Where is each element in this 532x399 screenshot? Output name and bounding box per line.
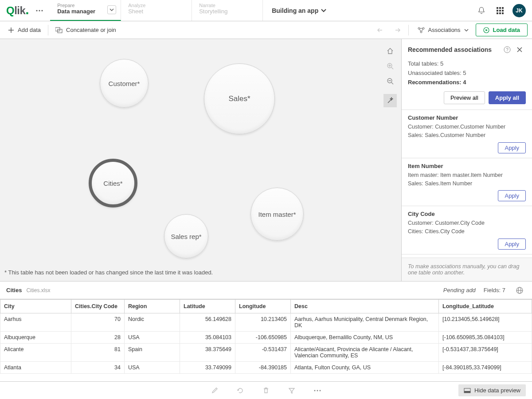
close-icon[interactable] (513, 43, 526, 56)
apps-grid-icon[interactable] (494, 4, 506, 17)
table-row[interactable]: Alicante81Spain38.375649-0.531437Alicant… (0, 344, 532, 362)
concat-icon (55, 27, 63, 33)
tab-big-label: Sheet (128, 8, 184, 15)
svg-point-0 (36, 10, 38, 11)
tab-small-label: Prepare (57, 3, 113, 8)
table-row[interactable]: Atlanta34USA33.749099-84.390185Atlanta, … (0, 362, 532, 374)
rec-title: City Code (408, 211, 526, 217)
top-right: JK (475, 0, 532, 21)
table-header-row: City Cities.City Code Region Latitude Lo… (0, 300, 532, 313)
tab-big-label: Storytelling (199, 8, 255, 15)
add-data-button[interactable]: Add data (4, 25, 44, 35)
col-longitude[interactable]: Longitude (235, 300, 291, 313)
svg-rect-5 (502, 7, 504, 9)
preview-all-button[interactable]: Preview all (444, 91, 485, 104)
globe-icon[interactable] (513, 284, 526, 297)
svg-rect-28 (464, 391, 470, 393)
more-icon[interactable] (311, 384, 324, 397)
col-desc[interactable]: Desc (291, 300, 439, 313)
chevron-down-icon (321, 9, 326, 12)
associations-dropdown[interactable]: Associations (414, 25, 472, 35)
table-row[interactable]: Aarhus70Nordic56.14962810.213405Aarhus, … (0, 313, 532, 332)
more-icon[interactable] (33, 4, 46, 17)
panel-header: Recommended associations ? (402, 39, 532, 59)
app-title[interactable]: Building an app (263, 0, 335, 21)
bubble-cities[interactable]: Cities* (89, 159, 137, 207)
svg-point-1 (39, 10, 40, 11)
col-lon-lat[interactable]: Longitude_Latitude (439, 300, 532, 313)
panel-buttons: Preview all Apply all (402, 91, 532, 110)
tab-narrate[interactable]: Narrate Storytelling (192, 0, 263, 21)
bubble-item-master[interactable]: Item master* (250, 188, 304, 241)
apply-all-button[interactable]: Apply all (489, 91, 526, 104)
apply-button[interactable]: Apply (498, 190, 526, 201)
hide-data-preview-button[interactable]: Hide data preview (458, 384, 526, 396)
tab-prepare[interactable]: Prepare Data manager (50, 0, 121, 21)
canvas-footnote: * This table has not been loaded or has … (4, 269, 213, 276)
table-row[interactable]: Albuquerque28USA35.084103-106.650985Albu… (0, 332, 532, 344)
home-icon[interactable] (383, 44, 397, 58)
canvas[interactable]: Customer* Sales* Cities* Item master* Sa… (0, 39, 401, 281)
load-data-button[interactable]: Load data (476, 23, 528, 36)
rec-card-customer-number[interactable]: Customer Number Customer: Customer.Custo… (402, 110, 532, 158)
main-area: Customer* Sales* Cities* Item master* Sa… (0, 39, 532, 281)
refresh-icon[interactable] (234, 384, 246, 397)
bottom-bar: Hide data preview (0, 381, 532, 399)
pending-label: Pending add (443, 287, 476, 293)
col-latitude[interactable]: Latitude (180, 300, 235, 313)
rec-title: Customer Number (408, 114, 526, 121)
toolbar-right: Associations Load data (375, 23, 528, 36)
svg-rect-8 (502, 10, 504, 12)
toolbar: Add data Concatenate or join Association… (0, 21, 532, 39)
rec-title: Item Number (408, 163, 526, 169)
col-region[interactable]: Region (125, 300, 180, 313)
delete-icon[interactable] (260, 384, 272, 397)
bubble-sales-rep[interactable]: Sales rep* (164, 214, 208, 258)
svg-point-2 (42, 10, 43, 11)
col-city[interactable]: City (0, 300, 71, 313)
svg-rect-6 (497, 10, 498, 12)
preview-file-name: Cities.xlsx (26, 287, 50, 293)
tab-analyze[interactable]: Analyze Sheet (121, 0, 192, 21)
canvas-toolbar (383, 44, 397, 107)
chevron-down-icon[interactable] (107, 5, 116, 14)
bubble-sales[interactable]: Sales* (204, 63, 275, 134)
bell-icon[interactable] (475, 4, 488, 17)
divider (408, 25, 409, 35)
help-icon[interactable]: ? (501, 43, 513, 56)
magic-wand-icon[interactable] (383, 94, 397, 107)
svg-rect-3 (497, 7, 498, 9)
svg-point-24 (314, 390, 316, 391)
apply-button[interactable]: Apply (498, 239, 526, 250)
bubble-customer[interactable]: Customer* (100, 59, 149, 108)
avatar[interactable]: JK (512, 4, 526, 17)
preview-header: Cities Cities.xlsx Pending add Fields: 7 (0, 281, 532, 299)
rec-card-city-code[interactable]: City Code Customer: Customer.City Code C… (402, 206, 532, 254)
zoom-out-icon[interactable] (383, 74, 397, 88)
rec-card-item-number[interactable]: Item Number Item master: Item master.Ite… (402, 158, 532, 207)
col-city-code[interactable]: Cities.City Code (71, 300, 125, 313)
panel-footer-note: To make associations manually, you can d… (402, 258, 532, 281)
tab-small-label: Narrate (199, 3, 255, 8)
play-icon (483, 27, 489, 33)
recommendations-panel: Recommended associations ? Total tables:… (401, 39, 532, 281)
edit-icon[interactable] (208, 384, 221, 397)
panel-stats: Total tables: 5 Unassociated tables: 5 R… (402, 59, 532, 91)
svg-rect-11 (502, 12, 504, 14)
data-preview-table: City Cities.City Code Region Latitude Lo… (0, 299, 532, 381)
filter-icon[interactable] (286, 384, 298, 397)
nav-tabs: Prepare Data manager Analyze Sheet Narra… (50, 0, 263, 21)
svg-rect-7 (499, 10, 501, 12)
svg-rect-9 (497, 12, 498, 14)
panel-title: Recommended associations (408, 46, 501, 53)
apply-button[interactable]: Apply (498, 142, 526, 153)
chevron-down-icon (464, 29, 469, 31)
svg-rect-4 (499, 7, 501, 9)
concatenate-button[interactable]: Concatenate or join (52, 25, 120, 35)
zoom-in-icon[interactable] (383, 59, 397, 73)
qlik-logo[interactable]: Qlik. (6, 4, 29, 17)
svg-point-25 (317, 390, 318, 391)
undo-icon[interactable] (375, 24, 387, 36)
associations-icon (418, 27, 425, 33)
redo-icon[interactable] (391, 24, 403, 36)
